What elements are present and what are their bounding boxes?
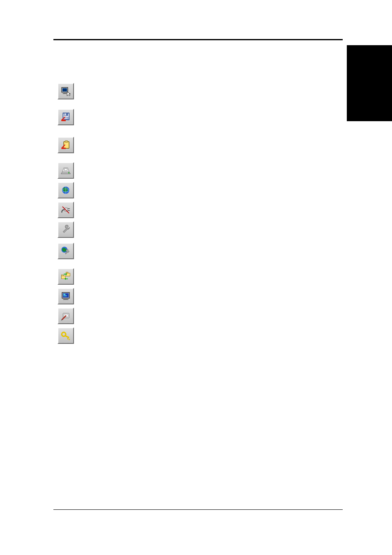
svg-rect-16 [65, 168, 67, 170]
plug-icon[interactable] [58, 202, 74, 218]
blue-screen-icon[interactable] [58, 288, 74, 304]
svg-rect-35 [63, 299, 69, 300]
pen-tablet-icon[interactable] [58, 308, 74, 324]
side-tab [347, 45, 392, 121]
wrench-icon[interactable] [58, 221, 74, 238]
svg-rect-2 [64, 92, 66, 93]
world-wrench-icon[interactable] [58, 243, 74, 259]
bottom-rule [53, 509, 343, 510]
monitor-cursor-icon[interactable] [58, 83, 74, 99]
svg-point-17 [68, 172, 69, 173]
clipboard-arrow-icon[interactable] [58, 137, 74, 153]
svg-rect-32 [63, 294, 65, 295]
svg-rect-7 [67, 113, 67, 115]
svg-rect-21 [65, 208, 68, 211]
page [0, 0, 392, 555]
svg-rect-28 [66, 273, 70, 276]
svg-rect-3 [63, 93, 67, 94]
svg-rect-31 [63, 293, 69, 298]
svg-rect-29 [66, 272, 68, 273]
svg-rect-33 [63, 295, 67, 296]
svg-rect-26 [61, 276, 65, 279]
globe-icon[interactable] [58, 182, 74, 198]
top-rule [53, 39, 343, 40]
svg-rect-1 [62, 88, 67, 92]
folders-transfer-icon[interactable] [58, 268, 74, 285]
disk-arrow-icon[interactable] [58, 109, 74, 125]
svg-rect-40 [65, 335, 69, 338]
svg-rect-27 [61, 275, 63, 276]
scanner-icon[interactable] [58, 162, 74, 179]
svg-marker-10 [61, 120, 66, 121]
svg-rect-34 [64, 298, 67, 299]
svg-rect-42 [69, 339, 70, 340]
key-icon[interactable] [58, 327, 74, 344]
svg-rect-12 [65, 140, 68, 142]
svg-marker-4 [67, 92, 70, 96]
